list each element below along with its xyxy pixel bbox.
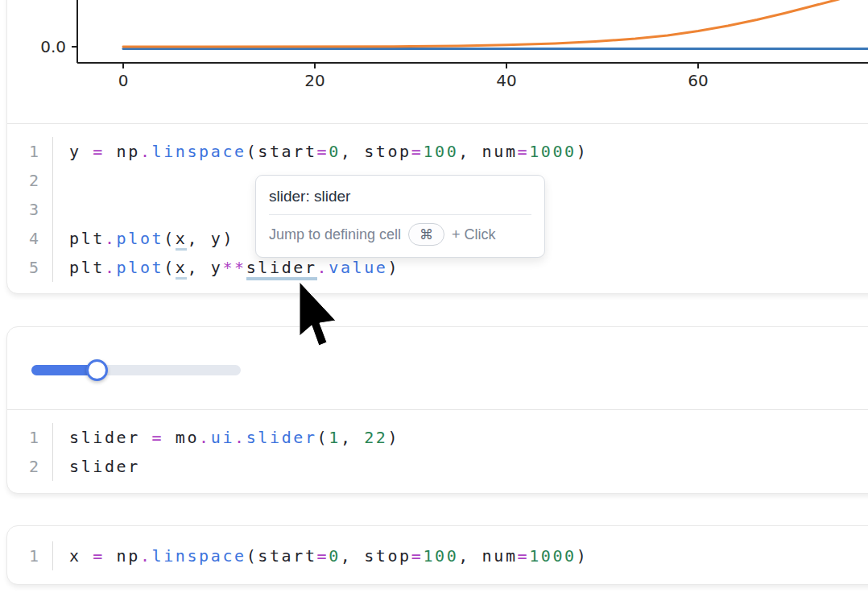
line-number-gutter: 1 (7, 541, 53, 570)
line-number-gutter: 12345 (7, 137, 53, 282)
click-hint-label: + Click (452, 226, 496, 243)
x-tick-label: 20 (304, 71, 324, 90)
slider-output (7, 327, 868, 409)
cell-x-definition: 1 x = np.linspace(start=0, stop=100, num… (6, 525, 868, 585)
code-lines[interactable]: slider = mo.ui.slider(1, 22)slider (53, 423, 399, 481)
variable-tooltip: slider: slider Jump to defining cell ⌘ +… (255, 175, 545, 258)
series-orange-line (123, 0, 868, 47)
tooltip-title: slider: slider (256, 176, 544, 214)
chart-output: 0.0 0 20 40 60 (7, 0, 868, 123)
slider-handle[interactable] (86, 359, 108, 381)
x-tick-label: 0 (118, 71, 129, 90)
line-number-gutter: 12 (7, 423, 53, 481)
cell-slider: 12 slider = mo.ui.slider(1, 22)slider (6, 326, 868, 494)
code-lines[interactable]: x = np.linspace(start=0, stop=100, num=1… (53, 541, 588, 570)
tooltip-action-row: Jump to defining cell ⌘ + Click (256, 215, 544, 257)
y-tick-label: 0.0 (40, 37, 66, 56)
code-editor-slider: 12 slider = mo.ui.slider(1, 22)slider (7, 409, 868, 481)
command-key-icon: ⌘ (420, 226, 433, 243)
code-editor-x: 1 x = np.linspace(start=0, stop=100, num… (7, 526, 868, 570)
slider-track[interactable] (31, 365, 241, 375)
x-tick-label: 60 (688, 71, 708, 90)
mouse-cursor-icon (300, 282, 338, 348)
matplotlib-line-chart: 0.0 0 20 40 60 (7, 0, 868, 123)
notebook-page: 0.0 0 20 40 60 12345 y = np.linspace(sta… (0, 0, 868, 601)
x-tick-label: 40 (496, 71, 516, 90)
command-key-pill: ⌘ (408, 223, 444, 246)
jump-to-cell-label: Jump to defining cell (269, 226, 401, 243)
